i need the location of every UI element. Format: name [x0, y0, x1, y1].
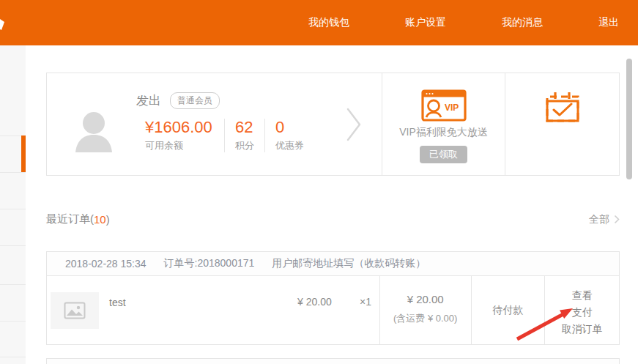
- vip-promo-title: VIP福利限免大放送: [399, 126, 488, 139]
- nav-my-messages[interactable]: 我的消息: [502, 16, 543, 29]
- site-logo-partial: [0, 18, 7, 32]
- recent-orders-count: 10: [94, 213, 106, 226]
- order-status: 待付款: [492, 304, 523, 317]
- order-total-cell: ¥ 20.00 (含运费 ¥ 0.00): [379, 276, 471, 345]
- order-card: 2018-02-28 15:34 订单号:2018000171 用户邮寄地址填写…: [46, 251, 620, 345]
- balance-label: 可用余额: [145, 139, 214, 152]
- username: 发出: [136, 92, 161, 109]
- recent-orders-title-close: ): [106, 213, 110, 226]
- sidebar-divider: [0, 357, 26, 357]
- top-navigation: 我的钱包 账户设置 我的消息 退出: [308, 0, 619, 45]
- order-shipping-note: (含运费 ¥ 0.00): [380, 312, 471, 325]
- chevron-right-small-icon: [614, 215, 620, 224]
- user-summary-section: 发出 普通会员 ¥1606.00 可用余额 62 积分 0 优惠券: [47, 73, 382, 175]
- image-placeholder-icon: [64, 302, 86, 319]
- checkin-section: [505, 73, 619, 175]
- order-header-row: 2018-02-28 15:34 订单号:2018000171 用户邮寄地址填写…: [47, 252, 619, 276]
- order-body-row: test ¥ 20.00 ×1 ¥ 20.00 (含运费 ¥ 0.00) 待付款…: [47, 276, 619, 345]
- top-header-bar: 我的钱包 账户设置 我的消息 退出: [0, 0, 638, 45]
- view-all-label: 全部: [589, 213, 609, 226]
- claimed-badge[interactable]: 已领取: [420, 146, 467, 163]
- action-view-order[interactable]: 查看: [545, 287, 619, 304]
- order-time: 2018-02-28 15:34: [65, 258, 146, 270]
- vip-promo-section: VIP VIP福利限免大放送 已领取: [382, 73, 505, 175]
- stat-balance[interactable]: ¥1606.00 可用余额: [136, 119, 224, 152]
- view-all-orders-link[interactable]: 全部: [589, 213, 620, 226]
- product-name[interactable]: test: [109, 297, 126, 308]
- action-cancel-order[interactable]: 取消订单: [545, 321, 619, 338]
- vip-browser-icon: VIP: [421, 89, 467, 122]
- vertical-scrollbar-thumb[interactable]: [626, 59, 632, 179]
- order-actions-cell: 查看 支付 取消订单: [544, 276, 619, 345]
- user-info-card: 发出 普通会员 ¥1606.00 可用余额 62 积分 0 优惠券: [46, 73, 620, 176]
- nav-logout[interactable]: 退出: [598, 16, 619, 29]
- nav-account-settings[interactable]: 账户设置: [405, 16, 446, 29]
- action-pay-order[interactable]: 支付: [545, 304, 619, 321]
- order-status-cell: 待付款: [471, 276, 545, 345]
- product-thumbnail[interactable]: [51, 292, 99, 329]
- coupons-label: 优惠券: [275, 139, 304, 152]
- sidebar-divider: [0, 209, 26, 209]
- recent-orders-header: 最近订单(10) 全部: [46, 212, 620, 226]
- chevron-right-icon[interactable]: [346, 107, 362, 142]
- sidebar-divider: [0, 172, 26, 173]
- product-quantity: ×1: [360, 296, 371, 308]
- order-total-amount: ¥ 20.00: [380, 293, 471, 305]
- nav-my-wallet[interactable]: 我的钱包: [308, 16, 349, 29]
- sidebar-active-indicator: [21, 135, 26, 172]
- calendar-check-icon[interactable]: [545, 91, 580, 123]
- stat-coupons[interactable]: 0 优惠券: [264, 119, 314, 152]
- product-price: ¥ 20.00: [297, 296, 332, 308]
- order-number: 订单号:2018000171: [164, 257, 255, 270]
- left-sidebar-partial: [0, 45, 26, 364]
- account-stats: ¥1606.00 可用余额 62 积分 0 优惠券: [136, 119, 314, 152]
- points-value: 62: [235, 119, 254, 136]
- coupons-value: 0: [275, 119, 304, 136]
- sidebar-divider: [0, 321, 26, 322]
- order-note: 用户邮寄地址填写（收款码转账）: [272, 257, 426, 270]
- points-label: 积分: [235, 139, 254, 152]
- sidebar-divider: [0, 284, 26, 285]
- recent-orders-title: 最近订单(: [46, 212, 94, 226]
- order-item-cell: test ¥ 20.00 ×1: [47, 276, 379, 345]
- balance-value: ¥1606.00: [145, 119, 215, 136]
- sidebar-divider: [0, 245, 26, 246]
- stat-points[interactable]: 62 积分: [224, 119, 264, 152]
- next-order-card-partial: [46, 358, 620, 364]
- vip-icon-text: VIP: [445, 103, 459, 113]
- member-level-badge: 普通会员: [170, 92, 220, 109]
- user-name-row: 发出 普通会员: [136, 92, 220, 109]
- user-avatar[interactable]: [75, 110, 113, 152]
